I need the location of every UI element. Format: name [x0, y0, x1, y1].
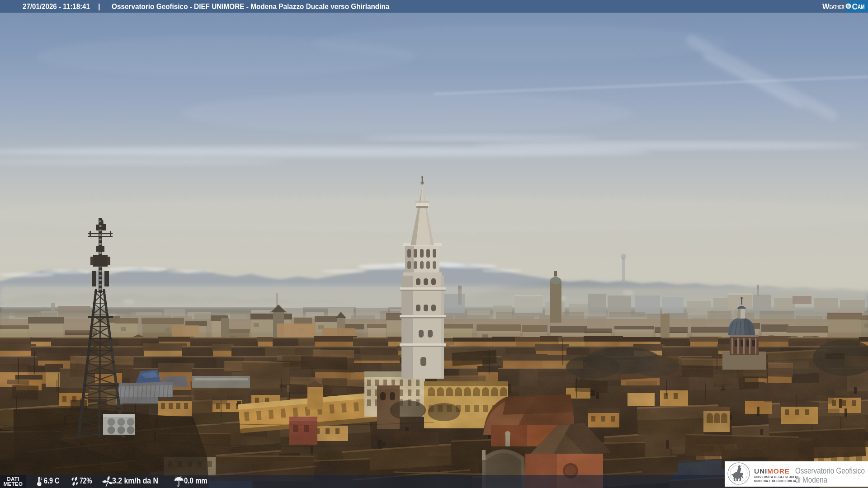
svg-text:MODENA E REGGIO EMILIA: MODENA E REGGIO EMILIA: [754, 479, 796, 483]
svg-text:EATHER: EATHER: [830, 4, 845, 10]
svg-text:di Modena: di Modena: [795, 475, 828, 484]
svg-text:AM: AM: [858, 4, 865, 11]
svg-text:Osservatorio Geofisico: Osservatorio Geofisico: [795, 466, 865, 475]
svg-text:W: W: [822, 2, 830, 10]
svg-text:UNIVERSITÀ DEGLI STUDI DI: UNIVERSITÀ DEGLI STUDI DI: [754, 475, 798, 479]
svg-text:C: C: [852, 2, 858, 11]
svg-text:UNIMORE: UNIMORE: [754, 467, 790, 475]
